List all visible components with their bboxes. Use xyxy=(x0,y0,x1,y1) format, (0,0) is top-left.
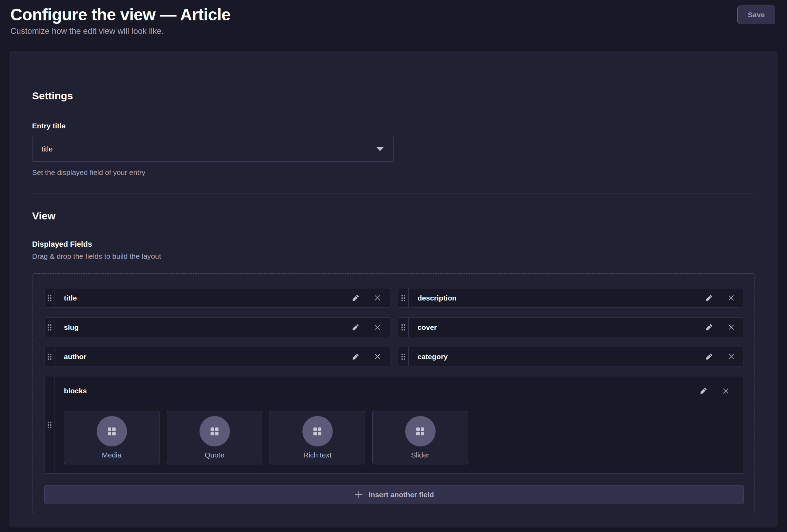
component-tile-quote[interactable]: Quote xyxy=(167,411,262,464)
settings-heading: Settings xyxy=(32,90,755,102)
field-card-author: author xyxy=(44,347,390,366)
component-tile-media[interactable]: Media xyxy=(64,411,159,464)
field-name: cover xyxy=(409,318,702,337)
component-circle xyxy=(97,416,127,446)
remove-field-button[interactable] xyxy=(371,350,385,364)
field-card-description: description xyxy=(398,288,744,308)
page-subtitle: Customize how the edit view will look li… xyxy=(10,26,775,37)
field-card-cover: cover xyxy=(398,317,744,337)
component-circle xyxy=(200,416,230,446)
plus-icon xyxy=(354,490,363,499)
fields-drop-zone: title description slug xyxy=(32,273,755,513)
field-card-blocks: blocks Media Quote xyxy=(44,376,744,474)
entry-title-hint: Set the displayed field of your entry xyxy=(32,167,755,178)
edit-field-button[interactable] xyxy=(349,291,362,305)
component-label: Slider xyxy=(411,451,430,459)
edit-field-button[interactable] xyxy=(702,350,716,364)
grid-icon xyxy=(209,426,220,437)
remove-field-button[interactable] xyxy=(371,291,385,305)
main-panel: Settings Entry title title Set the displ… xyxy=(9,51,778,528)
entry-title-label: Entry title xyxy=(32,121,755,130)
remove-field-button[interactable] xyxy=(371,321,385,334)
page-title: Configure the view — Article xyxy=(10,5,775,25)
component-circle xyxy=(405,416,436,446)
remove-field-button[interactable] xyxy=(724,350,738,364)
component-tile-slider[interactable]: Slider xyxy=(372,411,468,464)
drag-handle-icon[interactable] xyxy=(45,318,55,337)
drag-handle-icon[interactable] xyxy=(45,288,55,307)
section-divider xyxy=(32,194,755,194)
grid-icon xyxy=(106,426,117,437)
component-label: Rich text xyxy=(303,451,332,459)
edit-field-button[interactable] xyxy=(349,321,362,334)
field-actions xyxy=(702,288,744,307)
field-name: category xyxy=(409,347,702,366)
displayed-fields-hint: Drag & drop the fields to build the layo… xyxy=(32,251,755,262)
view-section: View Displayed Fields Drag & drop the fi… xyxy=(32,210,755,513)
component-tile-rich-text[interactable]: Rich text xyxy=(270,411,365,464)
field-card-category: category xyxy=(398,347,744,366)
remove-field-button[interactable] xyxy=(724,321,738,334)
displayed-fields-label: Displayed Fields xyxy=(32,239,755,249)
drag-handle-icon[interactable] xyxy=(398,288,409,307)
drag-handle-icon[interactable] xyxy=(398,347,409,366)
blocks-head: blocks xyxy=(64,384,738,398)
field-name: blocks xyxy=(64,387,87,395)
chevron-down-icon xyxy=(376,147,384,151)
remove-field-button[interactable] xyxy=(719,384,732,398)
drag-handle-icon[interactable] xyxy=(45,347,55,366)
settings-section: Settings Entry title title Set the displ… xyxy=(32,90,755,178)
edit-field-button[interactable] xyxy=(697,384,710,398)
components-row: Media Quote Rich text Slider xyxy=(64,411,738,464)
field-card-slug: slug xyxy=(44,317,390,337)
field-actions xyxy=(702,318,744,337)
field-actions xyxy=(349,318,390,337)
field-name: author xyxy=(55,347,349,366)
edit-field-button[interactable] xyxy=(702,291,716,305)
field-card-title: title xyxy=(44,288,390,308)
field-actions xyxy=(349,347,390,366)
drag-handle-icon[interactable] xyxy=(398,318,409,337)
field-actions xyxy=(349,288,390,307)
field-actions xyxy=(702,347,744,366)
component-label: Media xyxy=(102,451,122,459)
entry-title-select[interactable]: title xyxy=(32,136,394,162)
edit-field-button[interactable] xyxy=(349,350,362,364)
component-circle xyxy=(302,416,333,446)
edit-field-button[interactable] xyxy=(702,321,716,334)
blocks-body: blocks Media Quote xyxy=(55,376,744,473)
field-name: slug xyxy=(55,318,349,337)
fields-grid: title description slug xyxy=(44,288,744,366)
view-heading: View xyxy=(32,210,755,222)
insert-another-field-button[interactable]: Insert another field xyxy=(44,485,744,504)
field-actions xyxy=(697,384,738,398)
field-name: title xyxy=(55,288,349,307)
save-button[interactable]: Save xyxy=(737,6,775,24)
field-name: description xyxy=(409,288,702,307)
grid-icon xyxy=(312,426,323,437)
entry-title-select-value: title xyxy=(41,145,53,153)
remove-field-button[interactable] xyxy=(724,291,738,305)
page-header: Configure the view — Article Customize h… xyxy=(0,0,787,35)
component-label: Quote xyxy=(205,451,224,459)
insert-another-field-label: Insert another field xyxy=(369,491,434,499)
drag-handle-icon[interactable] xyxy=(45,376,55,473)
grid-icon xyxy=(415,426,426,437)
